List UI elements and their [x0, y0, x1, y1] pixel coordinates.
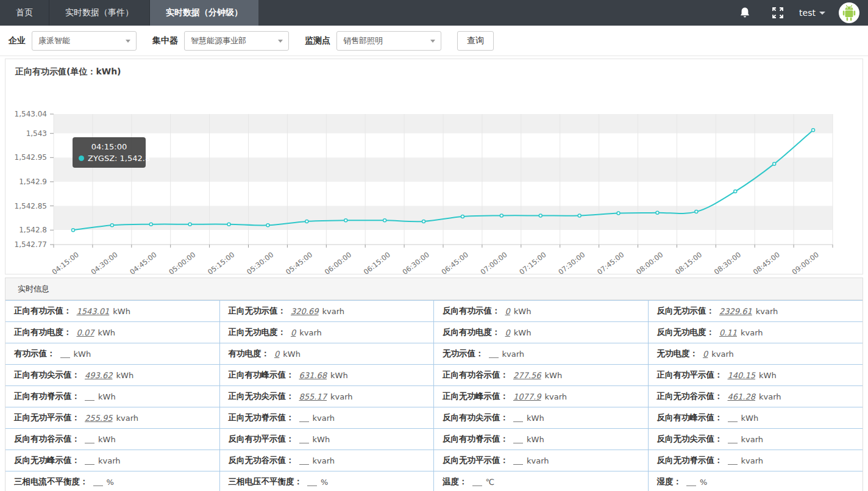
cell-label: 正向无功电度：: [229, 327, 286, 338]
cell-value[interactable]: 0.11: [719, 328, 737, 337]
data-point-marker[interactable]: [422, 220, 425, 223]
cell-unit: kvarh: [313, 456, 335, 465]
data-point-marker[interactable]: [734, 190, 737, 193]
table-cell: 正向无功平示值：255.95kvarh: [5, 407, 220, 429]
x-axis-label: 07:00:00: [478, 250, 508, 274]
filter-group-enterprise: 企业 康派智能: [9, 31, 137, 51]
cell-label: 反向无功电度：: [657, 327, 715, 338]
data-point-marker[interactable]: [500, 214, 503, 217]
cell-label: 温度：: [443, 476, 468, 487]
data-point-marker[interactable]: [71, 229, 74, 232]
x-axis-label: 06:00:00: [323, 250, 353, 274]
cell-unit: kvarh: [545, 392, 567, 401]
cell-value: [489, 350, 499, 358]
data-point-marker[interactable]: [383, 219, 386, 222]
data-point-marker[interactable]: [812, 129, 815, 132]
cell-value[interactable]: 855.17: [299, 392, 327, 401]
filter-bar: 企业 康派智能 集中器 智慧能源事业部 监测点 销售部照明 查询: [0, 26, 868, 56]
table-cell: 反向无功示值：2329.61kvarh: [649, 301, 863, 322]
concentrator-select[interactable]: 智慧能源事业部: [184, 31, 289, 51]
cell-value[interactable]: 2329.61: [719, 307, 752, 316]
bell-icon[interactable]: [738, 6, 752, 20]
cell-value[interactable]: 0.07: [77, 328, 94, 337]
nav-item-realtime-event[interactable]: 实时数据（事件）: [49, 0, 150, 26]
cell-unit: kvarh: [502, 349, 525, 359]
y-axis-label: 1,543: [26, 129, 47, 138]
cell-label: 反向无功谷示值：: [229, 455, 294, 466]
query-button[interactable]: 查询: [457, 31, 494, 51]
data-point-marker[interactable]: [110, 224, 113, 227]
data-point-marker[interactable]: [461, 215, 464, 218]
cell-value: [299, 457, 309, 465]
table-cell: 无功示值：kvarh: [434, 343, 649, 365]
cell-unit: kvarh: [756, 307, 778, 316]
cell-unit: kWh: [545, 371, 563, 380]
cell-label: 正向无功尖示值：: [229, 391, 294, 402]
data-point-marker[interactable]: [344, 219, 347, 222]
cell-unit: kWh: [74, 349, 91, 359]
cell-label: 反向有功脊示值：: [443, 434, 508, 445]
cell-value[interactable]: 0: [505, 328, 510, 337]
table-cell: 反向无功峰示值：kvarh: [5, 450, 220, 471]
user-menu[interactable]: test: [799, 8, 825, 18]
table-cell: 反向有功示值：0kWh: [434, 301, 649, 322]
data-point-marker[interactable]: [773, 162, 776, 165]
table-cell: 三相电压不平衡度：%: [220, 471, 435, 491]
data-point-marker[interactable]: [149, 223, 152, 226]
data-point-marker[interactable]: [617, 212, 620, 215]
nav-item-home[interactable]: 首页: [0, 0, 49, 26]
x-axis-label: 05:00:00: [167, 250, 197, 274]
chevron-down-icon: [819, 12, 825, 15]
data-point-marker[interactable]: [656, 211, 659, 214]
cell-value[interactable]: 493.62: [85, 371, 113, 380]
monitor-point-select[interactable]: 销售部照明: [336, 31, 441, 51]
cell-value[interactable]: 255.95: [85, 414, 113, 423]
data-point-marker[interactable]: [305, 220, 308, 223]
concentrator-select-value: 智慧能源事业部: [191, 35, 246, 46]
avatar[interactable]: [839, 2, 859, 23]
x-axis-label: 06:15:00: [362, 250, 392, 274]
line-chart[interactable]: 1,542.771,542.81,542.851,542.91,542.951,…: [5, 79, 863, 274]
cell-value[interactable]: 0: [505, 307, 510, 316]
cell-label: 反向有功示值：: [443, 306, 500, 317]
x-axis-label: 08:45:00: [752, 250, 781, 274]
cell-value[interactable]: 0: [274, 349, 279, 359]
nav-item-realtime-minute[interactable]: 实时数据（分钟级）: [150, 0, 258, 26]
x-axis-label: 06:30:00: [401, 250, 431, 274]
cell-value[interactable]: 1077.9: [513, 392, 541, 401]
fullscreen-icon[interactable]: [771, 6, 784, 20]
cell-value: [513, 435, 523, 443]
data-point-marker[interactable]: [539, 214, 542, 217]
cell-value[interactable]: 0: [291, 328, 296, 337]
cell-value: [85, 457, 94, 465]
cell-value[interactable]: 461.28: [728, 392, 756, 401]
x-axis-label: 07:15:00: [518, 250, 547, 274]
cell-label: 无功电度：: [657, 348, 699, 359]
filter-group-monitor-point: 监测点 销售部照明: [305, 31, 441, 51]
chevron-down-icon: [126, 40, 130, 43]
table-cell: 正向有功示值：1543.01kWh: [5, 301, 220, 322]
data-point-marker[interactable]: [695, 210, 698, 213]
data-point-marker[interactable]: [188, 223, 191, 226]
chevron-down-icon: [430, 40, 435, 43]
cell-value[interactable]: 1543.01: [77, 307, 110, 316]
cell-value[interactable]: 0: [703, 349, 708, 359]
realtime-header: 实时信息: [5, 278, 863, 300]
cell-value[interactable]: 320.69: [291, 307, 319, 316]
x-axis-label: 04:30:00: [89, 250, 119, 274]
cell-label: 反向无功脊示值：: [657, 455, 723, 466]
data-point-marker[interactable]: [266, 224, 269, 227]
table-cell: 反向无功尖示值：kvarh: [649, 429, 863, 450]
enterprise-select[interactable]: 康派智能: [32, 31, 137, 51]
cell-unit: ℃: [486, 478, 495, 487]
cell-value[interactable]: 140.15: [728, 371, 756, 380]
data-point-marker[interactable]: [227, 223, 230, 226]
cell-label: 正向有功电度：: [14, 327, 72, 338]
data-point-marker[interactable]: [578, 214, 581, 217]
y-axis-label: 1,542.95: [15, 153, 47, 162]
cell-value[interactable]: 631.68: [299, 371, 327, 380]
table-cell: 有功示值：kWh: [5, 343, 220, 365]
cell-unit: kWh: [98, 392, 116, 401]
cell-value[interactable]: 277.56: [513, 371, 541, 380]
cell-label: 三相电压不平衡度：: [229, 476, 303, 487]
